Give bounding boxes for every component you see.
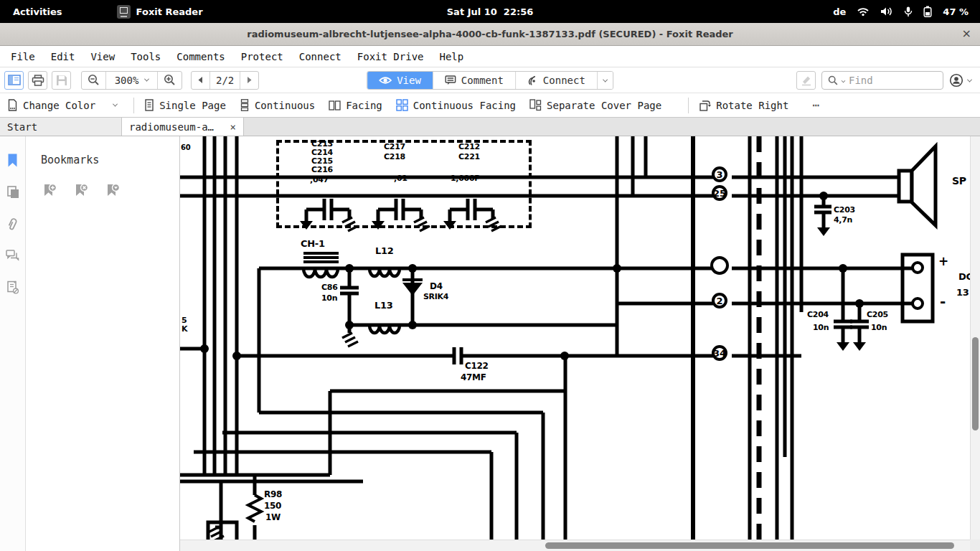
separate-cover-page-button[interactable]: Separate Cover Page <box>529 99 661 111</box>
facing-button[interactable]: Facing <box>329 100 382 111</box>
menu-protect[interactable]: Protect <box>233 51 291 62</box>
schematic-dashed-box <box>276 140 532 228</box>
delete-bookmark-button[interactable] <box>74 184 89 202</box>
tab-document-label: radiomuseum-a… <box>129 121 214 133</box>
bookmarks-panel-title: Bookmarks <box>26 136 179 166</box>
toolbar-separator <box>133 98 134 113</box>
add-bookmark-button[interactable] <box>42 184 57 202</box>
vertical-scrollbar-thumb[interactable] <box>972 337 979 430</box>
change-color-icon <box>7 99 18 111</box>
digital-signatures-panel-icon[interactable] <box>6 281 19 297</box>
facing-label: Facing <box>346 100 382 111</box>
wifi-icon[interactable] <box>857 6 870 17</box>
zoom-in-button[interactable] <box>157 72 182 89</box>
print-button[interactable] <box>28 71 47 90</box>
save-button[interactable] <box>52 71 71 90</box>
main-toolbar: 300% 2/2 View Comment <box>0 67 980 93</box>
volume-icon[interactable] <box>880 6 893 17</box>
expand-bookmark-button[interactable] <box>105 184 121 202</box>
account-menu[interactable] <box>949 73 971 88</box>
mode-dropdown-button[interactable] <box>597 72 613 89</box>
activities-button[interactable]: Activities <box>0 6 75 17</box>
next-page-button[interactable] <box>240 72 258 89</box>
account-icon <box>949 73 963 88</box>
menu-foxit-drive[interactable]: Foxit Drive <box>349 51 432 62</box>
ribbon-mode-switcher: View Comment Connect <box>367 71 613 90</box>
more-glyph: ⋯ <box>812 98 819 112</box>
tab-start[interactable]: Start <box>0 118 122 136</box>
bookmarks-panel: Bookmarks <box>26 136 180 551</box>
highlight-tool-button[interactable] <box>796 71 816 90</box>
separate-cover-label: Separate Cover Page <box>547 100 661 111</box>
continuous-icon <box>240 99 250 111</box>
comment-icon <box>445 75 456 85</box>
keyboard-layout-indicator[interactable]: de <box>833 6 846 17</box>
menu-file[interactable]: File <box>3 51 43 62</box>
menu-comments[interactable]: Comments <box>169 51 232 62</box>
continuous-facing-button[interactable]: Continuous Facing <box>396 99 516 111</box>
menu-help[interactable]: Help <box>432 51 472 62</box>
eye-icon <box>379 76 392 85</box>
single-page-button[interactable]: Single Page <box>144 99 226 111</box>
previous-page-button[interactable] <box>192 72 209 89</box>
clock[interactable]: Sat Jul 10 22:56 <box>447 6 533 17</box>
document-view[interactable]: 325234 60C213C214C215C216,047C217C218,01… <box>180 136 980 551</box>
microphone-icon[interactable] <box>904 6 913 17</box>
menu-view[interactable]: View <box>83 51 123 62</box>
continuous-button[interactable]: Continuous <box>240 99 315 111</box>
facing-icon <box>329 100 341 111</box>
menu-tools[interactable]: Tools <box>123 51 169 62</box>
find-options-chevron[interactable] <box>842 78 846 83</box>
connect-icon <box>527 75 538 85</box>
foxit-app-icon <box>117 5 131 19</box>
window-title: radiomuseum-albrecht-lutjensee-alpha-400… <box>247 29 733 39</box>
change-color-button[interactable]: Change Color <box>7 99 117 111</box>
separate-cover-icon <box>529 99 542 111</box>
tab-close-button[interactable]: × <box>230 121 236 133</box>
find-box[interactable] <box>821 71 943 90</box>
zoom-level-dropdown[interactable]: 300% <box>105 72 157 89</box>
find-input[interactable] <box>849 75 920 86</box>
view-mode-label: View <box>397 75 421 86</box>
comment-mode-tab[interactable]: Comment <box>433 72 515 89</box>
horizontal-scrollbar[interactable] <box>180 540 970 551</box>
comment-mode-label: Comment <box>461 75 504 86</box>
connect-mode-label: Connect <box>543 75 585 86</box>
gnome-top-bar: Activities Foxit Reader Sat Jul 10 22:56… <box>0 0 980 23</box>
battery-percentage: 47 % <box>943 6 969 17</box>
attachments-panel-icon[interactable] <box>6 217 19 234</box>
continuous-label: Continuous <box>255 100 315 111</box>
bookmarks-panel-icon[interactable] <box>7 154 18 170</box>
single-page-icon <box>144 99 154 111</box>
rotate-right-button[interactable]: Rotate Right <box>699 99 788 111</box>
view-options-toolbar: Change Color Single Page Continuous Faci… <box>0 93 980 118</box>
toolbar-separator <box>688 98 689 113</box>
continuous-facing-icon <box>396 99 408 111</box>
page-navigation: 2/2 <box>191 71 259 90</box>
toggle-sidebar-button[interactable] <box>4 71 24 90</box>
pages-panel-icon[interactable] <box>6 186 19 202</box>
zoom-controls: 300% <box>81 71 182 90</box>
window-title-bar[interactable]: radiomuseum-albrecht-lutjensee-alpha-400… <box>0 23 980 46</box>
more-tools-button[interactable]: ⋯ <box>812 98 819 112</box>
menu-connect[interactable]: Connect <box>291 51 349 62</box>
change-color-label: Change Color <box>23 100 95 111</box>
horizontal-scrollbar-thumb[interactable] <box>545 542 954 549</box>
focused-app-indicator[interactable]: Foxit Reader <box>117 5 203 19</box>
window-close-button[interactable]: × <box>962 27 971 40</box>
connect-mode-tab[interactable]: Connect <box>515 72 597 89</box>
page-indicator[interactable]: 2/2 <box>209 72 240 89</box>
single-page-label: Single Page <box>159 100 226 111</box>
menu-bar: FileEditViewToolsCommentsProtectConnectF… <box>0 46 980 67</box>
view-mode-tab[interactable]: View <box>367 72 433 89</box>
continuous-facing-label: Continuous Facing <box>413 100 516 111</box>
comments-panel-icon[interactable] <box>6 250 20 265</box>
vertical-scrollbar[interactable] <box>970 136 980 540</box>
tab-document[interactable]: radiomuseum-a… × <box>122 118 244 136</box>
tab-start-label: Start <box>7 121 37 133</box>
zoom-out-button[interactable] <box>82 72 105 89</box>
document-tab-strip: Start radiomuseum-a… × <box>0 118 980 136</box>
menu-edit[interactable]: Edit <box>43 51 83 62</box>
rotate-right-label: Rotate Right <box>716 100 788 111</box>
battery-icon[interactable] <box>923 6 932 17</box>
